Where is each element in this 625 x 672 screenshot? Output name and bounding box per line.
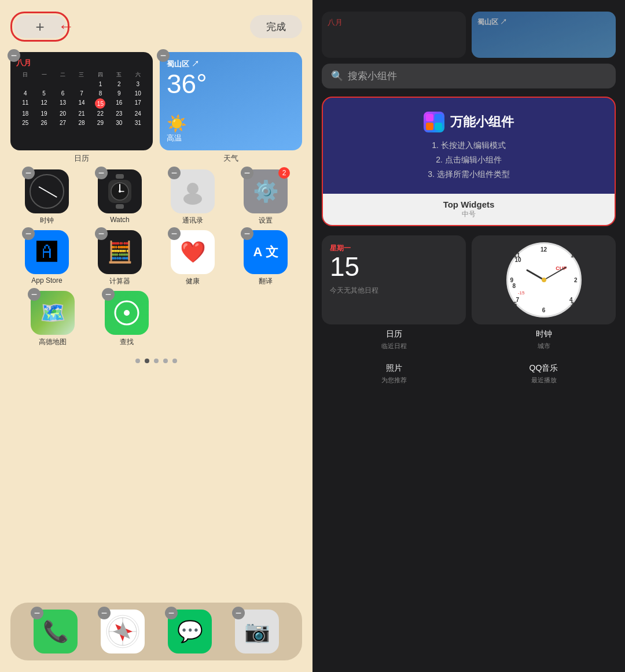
top-widgets-footer-title: Top Widgets	[329, 200, 609, 209]
cal-day: 31	[129, 119, 147, 127]
svg-point-6	[119, 190, 121, 193]
find-minus-badge[interactable]: −	[102, 288, 115, 301]
health-minus-badge[interactable]: −	[168, 227, 181, 240]
map-minus-badge[interactable]: −	[28, 288, 41, 301]
cal-day: 14	[72, 98, 90, 109]
cal-day: 27	[54, 119, 72, 127]
translate-minus-badge[interactable]: −	[241, 227, 253, 240]
search-bar[interactable]: 🔍 搜索小组件	[322, 64, 616, 88]
top-widgets-card[interactable]: 万能小组件 1. 长按进入编辑模式 2. 点击编辑小组件 3. 选择所需小组件类…	[322, 97, 616, 226]
find-label: 查找	[120, 337, 134, 347]
watch-label: Watch	[110, 216, 130, 224]
settings-minus-badge[interactable]: −	[241, 167, 253, 179]
right-panel: 八月 蜀山区 ↗ 🔍 搜索小组件 万能小组件	[312, 0, 625, 672]
cal-day: 11	[16, 98, 34, 109]
appstore-minus-badge[interactable]: −	[22, 227, 35, 240]
svg-point-7	[187, 183, 198, 194]
app-item-find: − 查找	[95, 291, 159, 347]
cal-day: 19	[35, 109, 53, 118]
calc-minus-badge[interactable]: −	[95, 227, 108, 240]
app-item-map: − 🗺️ 高德地图	[21, 291, 84, 347]
settings-label: 设置	[259, 216, 273, 226]
clock-center	[542, 278, 546, 282]
cal-header-mon: 一	[35, 71, 53, 79]
app-item-appstore: − 🅰 App Store	[15, 230, 79, 286]
weather-sun-icon: ☀️	[167, 114, 295, 133]
app-item-settings: − ⚙️ 2 设置	[234, 169, 297, 226]
clock-num-2: 2	[574, 276, 578, 283]
weather-widget[interactable]: 蜀山区 ↗ 36° ☀️ 高温	[160, 52, 302, 150]
dot-2	[145, 359, 149, 363]
camera-minus-badge[interactable]: −	[232, 607, 245, 619]
mini-weather-label: 蜀山区 ↗	[477, 17, 507, 27]
cal-header-sun: 日	[16, 71, 34, 79]
dock-item-wechat: − 💬	[168, 610, 212, 653]
clock-minus-badge[interactable]: −	[22, 167, 35, 179]
weather-label: 天气	[160, 153, 302, 164]
cal-day: 21	[72, 109, 90, 118]
top-widgets-footer-sub: 中号	[329, 209, 609, 219]
app-item-calculator: − 🧮 计算器	[88, 230, 152, 286]
done-button[interactable]: 完成	[250, 15, 302, 38]
clock-small-widget[interactable]: 12 1 2 3 6 5 9 11 CUP -15 10 4	[472, 235, 616, 324]
app-item-health: − ❤️ 健康	[161, 230, 225, 286]
clock-num-8: 8	[513, 282, 516, 289]
search-placeholder: 搜索小组件	[348, 69, 397, 83]
dock-item-phone: − 📞	[34, 610, 78, 653]
clock-label: 时钟	[40, 216, 54, 226]
wechat-minus-badge[interactable]: −	[165, 607, 178, 619]
calendar-minus-badge[interactable]: −	[8, 49, 20, 62]
cal-small-date: 15	[330, 253, 458, 280]
photos-label: 照片	[322, 363, 466, 374]
cal-day: 28	[72, 119, 90, 127]
calendar-small-widget[interactable]: 星期一 15 今天无其他日程	[322, 235, 466, 324]
translate-label: 翻译	[259, 276, 273, 286]
clock-widget-label: 时钟	[472, 329, 616, 339]
cal-day: 17	[129, 98, 147, 109]
contacts-label: 通讯录	[182, 216, 203, 226]
calendar-month: 八月	[16, 58, 147, 68]
cal-header-tue: 二	[54, 71, 72, 79]
dot-4	[163, 359, 168, 363]
safari-minus-badge[interactable]: −	[98, 607, 111, 619]
qq-col: QQ音乐 最近播放	[472, 359, 616, 385]
calculator-label: 计算器	[109, 276, 130, 286]
calendar-widget-container: − 八月 日 一 二 三 四 五 六 1 2	[10, 52, 153, 164]
cal-day: 6	[54, 89, 72, 98]
cal-day: 9	[110, 89, 128, 98]
calendar-widget[interactable]: 八月 日 一 二 三 四 五 六 1 2 3	[10, 52, 153, 150]
cal-day: 12	[35, 98, 53, 109]
right-weather-mini: 蜀山区 ↗	[472, 12, 616, 58]
top-widgets-inner: 万能小组件 1. 长按进入编辑模式 2. 点击编辑小组件 3. 选择所需小组件类…	[323, 98, 615, 194]
calendar-grid: 日 一 二 三 四 五 六 1 2 3 4 5	[16, 71, 147, 127]
svg-rect-19	[426, 123, 433, 130]
clock-small-col: 12 1 2 3 6 5 9 11 CUP -15 10 4	[472, 235, 616, 350]
watch-minus-badge[interactable]: −	[95, 167, 108, 179]
cal-header-wed: 三	[72, 71, 90, 79]
cal-day: 26	[35, 119, 53, 127]
clock-minus15-label: -15	[518, 290, 525, 296]
contacts-minus-badge[interactable]: −	[168, 167, 181, 179]
apps-section: − 时钟 −	[10, 169, 302, 347]
svg-rect-17	[426, 114, 433, 121]
weather-minus-badge[interactable]: −	[157, 49, 170, 62]
qq-sub: 最近播放	[472, 376, 616, 385]
dot-3	[154, 359, 159, 363]
top-widgets-steps: 1. 长按进入编辑模式 2. 点击编辑小组件 3. 选择所需小组件类型	[428, 138, 510, 182]
cal-day: 5	[35, 89, 53, 98]
phone-minus-badge[interactable]: −	[31, 607, 43, 619]
map-label: 高德地图	[39, 337, 67, 347]
apps-row-3: − 🗺️ 高德地图 − 查	[10, 291, 302, 347]
svg-point-8	[183, 193, 202, 205]
app-item-translate: − A 文 翻译	[234, 230, 297, 286]
cal-day: 25	[16, 119, 34, 127]
clock-num-7: 7	[516, 297, 520, 303]
svg-point-10	[124, 310, 130, 316]
cal-day: 30	[110, 119, 128, 127]
top-widgets-logo-row: 万能小组件	[424, 112, 514, 132]
health-label: 健康	[186, 276, 200, 286]
app-item-contacts: − 通讯录	[161, 169, 225, 226]
cal-header-thu: 四	[91, 71, 109, 79]
cal-day: 20	[54, 109, 72, 118]
widgets-row: − 八月 日 一 二 三 四 五 六 1 2	[10, 52, 302, 164]
